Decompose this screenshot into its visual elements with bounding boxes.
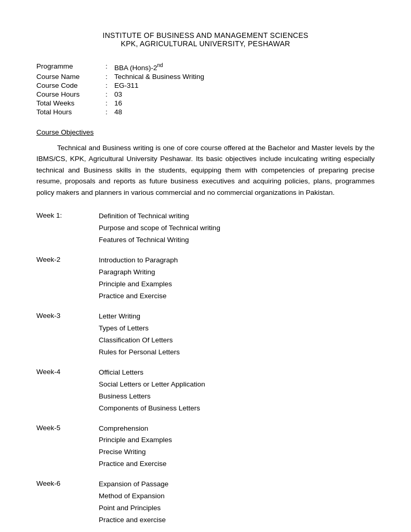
course-info-label: Programme [36, 62, 99, 72]
week-content: Letter WritingTypes of LettersClassifica… [99, 311, 375, 358]
weeks-container: Week 1:Definition of Technical writingPu… [36, 210, 375, 532]
week-content-item: Practice and exercise [99, 514, 375, 526]
week-content-item: Precise Writing [99, 446, 375, 458]
course-info-colon: : [99, 82, 114, 89]
week-content-item: Types of Letters [99, 323, 375, 335]
week-content-item: Business Letters [99, 391, 375, 403]
week-row: Week 1:Definition of Technical writingPu… [36, 210, 375, 246]
week-content-item: Definition of Technical writing [99, 210, 375, 222]
week-row: Week-6Expansion of PassageMethod of Expa… [36, 478, 375, 526]
week-row: Week-3Letter WritingTypes of LettersClas… [36, 311, 375, 358]
course-info-colon: : [99, 108, 114, 116]
week-section: Week 1:Definition of Technical writingPu… [36, 210, 375, 249]
week-content-item: Official Letters [99, 367, 375, 379]
course-info-colon: : [99, 90, 114, 98]
week-section: Week-4Official LettersSocial Letters or … [36, 367, 375, 418]
week-content-item: Components of Business Letters [99, 403, 375, 415]
week-content-item: Expansion of Passage [99, 478, 375, 490]
course-info-row: Course Code:EG-311 [36, 82, 375, 89]
week-section: Week-2Introduction to ParagraphParagraph… [36, 255, 375, 305]
page-header: INSTITUTE OF BUSINESS AND MANAGEMENT SCI… [36, 31, 375, 48]
week-content-item: Comprehension [99, 423, 375, 435]
week-content: Official LettersSocial Letters or Letter… [99, 367, 375, 415]
course-info-row: Programme:BBA (Hons)-2nd [36, 62, 375, 72]
week-label: Week-5 [36, 423, 99, 471]
week-section: Week-3Letter WritingTypes of LettersClas… [36, 311, 375, 362]
week-row: Week-5ComprehensionPrinciple and Example… [36, 423, 375, 471]
week-content-item: Principle and Examples [99, 434, 375, 446]
course-info-value: 03 [114, 90, 122, 98]
week-content-item: Paragraph Writing [99, 267, 375, 278]
week-label: Week-3 [36, 311, 99, 358]
course-info-value: 48 [114, 108, 122, 116]
week-label: Week-4 [36, 367, 99, 415]
week-content-item: Rules for Personal Letters [99, 347, 375, 358]
week-row: Week-2Introduction to ParagraphParagraph… [36, 255, 375, 302]
course-info-label: Total Weeks [36, 99, 99, 107]
course-objectives-heading: Course Objectives [36, 128, 375, 136]
week-content-item: Social Letters or Letter Application [99, 379, 375, 391]
course-info-value: EG-311 [114, 82, 139, 89]
week-content: Definition of Technical writingPurpose a… [99, 210, 375, 246]
week-content-item: Features of Technical Writing [99, 234, 375, 246]
course-info-table: Programme:BBA (Hons)-2ndCourse Name:Tech… [36, 62, 375, 116]
course-info-colon: : [99, 73, 114, 81]
week-content-item: Practice and Exercise [99, 290, 375, 302]
course-info-label: Total Hours [36, 108, 99, 116]
course-info-value: BBA (Hons)-2nd [114, 62, 163, 72]
course-info-label: Course Name [36, 73, 99, 81]
course-info-colon: : [99, 99, 114, 107]
week-content-item: Letter Writing [99, 311, 375, 323]
header-line1: INSTITUTE OF BUSINESS AND MANAGEMENT SCI… [36, 31, 375, 39]
week-content: Introduction to ParagraphParagraph Writi… [99, 255, 375, 302]
week-content-item: Point and Principles [99, 502, 375, 514]
week-label: Week-6 [36, 478, 99, 526]
course-info-label: Course Hours [36, 90, 99, 98]
objectives-text: Technical and Business writing is one of… [36, 142, 375, 198]
week-section: Week-6Expansion of PassageMethod of Expa… [36, 478, 375, 529]
week-content-item: Principle and Examples [99, 278, 375, 290]
week-row: Week-4Official LettersSocial Letters or … [36, 367, 375, 415]
week-section: Week-5ComprehensionPrinciple and Example… [36, 423, 375, 474]
header-line2: KPK, AGRICULTURAL UNIVERSITY, PESHAWAR [36, 39, 375, 48]
course-info-row: Course Name:Technical & Business Writing [36, 73, 375, 81]
week-content-item: Practice and Exercise [99, 458, 375, 470]
week-content: ComprehensionPrinciple and ExamplesPreci… [99, 423, 375, 471]
course-info-label: Course Code [36, 82, 99, 89]
course-info-colon: : [99, 62, 114, 72]
course-info-value: 16 [114, 99, 122, 107]
course-info-row: Course Hours:03 [36, 90, 375, 98]
week-label: Week-2 [36, 255, 99, 302]
week-content-item: Purpose and scope of Technical writing [99, 222, 375, 234]
week-content-item: Introduction to Paragraph [99, 255, 375, 267]
week-content-item: Method of Expansion [99, 490, 375, 502]
week-content: Expansion of PassageMethod of ExpansionP… [99, 478, 375, 526]
week-label: Week 1: [36, 210, 99, 246]
course-info-row: Total Hours:48 [36, 108, 375, 116]
course-info-row: Total Weeks:16 [36, 99, 375, 107]
week-content-item: Classification Of Letters [99, 335, 375, 347]
course-info-value: Technical & Business Writing [114, 73, 204, 81]
